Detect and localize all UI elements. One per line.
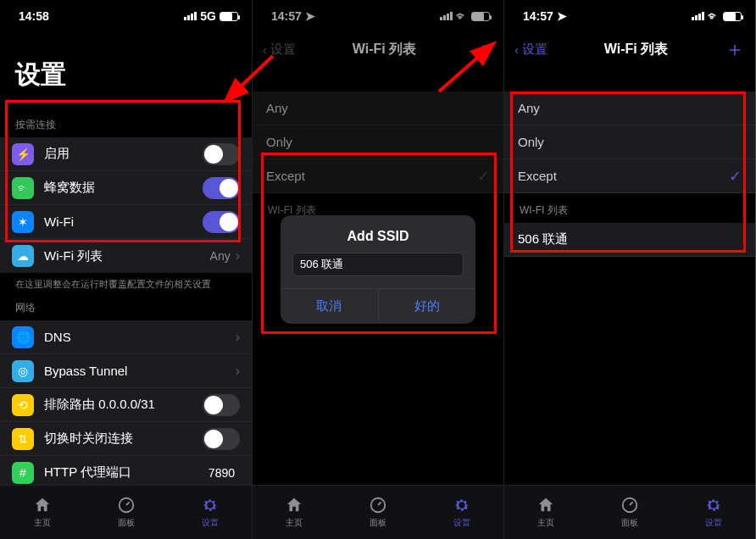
status-bar: 14:57 ➤ ᯤ (253, 0, 503, 32)
add-button[interactable]: ＋ (473, 39, 493, 59)
chevron-left-icon: ‹ (514, 42, 519, 57)
back-button[interactable]: ‹ 设置 (263, 42, 296, 58)
network-group: 🌐 DNS › ◎ Bypass Tunnel › ⟲ 排除路由 0.0.0.0… (0, 320, 252, 485)
nav-bar: ‹ 设置 Wi-Fi 列表 ＋ (253, 32, 503, 66)
signal-icon (184, 12, 197, 20)
chevron-right-icon: › (236, 248, 240, 264)
tab-bar: 主页 面板 设置 (253, 485, 503, 539)
row-cellular[interactable]: ᯤ 蜂窝数据 (0, 171, 252, 205)
tab-home[interactable]: 主页 (0, 486, 84, 539)
toggle-close-on-switch[interactable] (203, 428, 240, 450)
location-icon: ➤ (305, 9, 315, 23)
antenna-icon: ᯤ (12, 177, 34, 199)
checkmark-icon: ✓ (729, 167, 742, 186)
tab-panel[interactable]: 面板 (84, 486, 168, 539)
row-close-on-switch[interactable]: ⇅ 切换时关闭连接 (0, 422, 252, 456)
chevron-left-icon: ‹ (263, 42, 267, 57)
tab-settings[interactable]: 设置 (671, 486, 755, 539)
checkmark-icon: ✓ (477, 167, 490, 186)
row-wifi-list[interactable]: ☁ Wi-Fi 列表 Any › (0, 239, 252, 273)
chevron-right-icon: › (236, 364, 240, 379)
tab-settings[interactable]: 设置 (168, 486, 252, 539)
demand-group: ⚡ 启用 ᯤ 蜂窝数据 ✶ Wi-Fi ☁ Wi-Fi 列表 An (0, 137, 252, 273)
toggle-enable[interactable] (203, 143, 240, 165)
nav-title: Wi-Fi 列表 (604, 41, 668, 58)
battery-icon (471, 12, 490, 21)
tunnel-icon: ◎ (12, 360, 34, 382)
home-icon (285, 496, 303, 514)
wifi-section-label: WI-FI 列表 (504, 193, 755, 223)
section-label-demand: 按需连接 (0, 108, 252, 137)
wifi-status-icon: ᯤ (708, 9, 720, 23)
tab-home[interactable]: 主页 (253, 486, 336, 539)
page-title: 设置 (0, 32, 252, 108)
car-icon: ☁ (12, 245, 34, 267)
section-label-net: 网络 (0, 291, 252, 320)
option-except[interactable]: Except ✓ (504, 159, 755, 193)
row-dns[interactable]: 🌐 DNS › (0, 320, 252, 354)
status-bar: 14:58 5G (0, 0, 252, 32)
network-type: 5G (200, 9, 216, 23)
option-only[interactable]: Only (504, 125, 755, 159)
route-icon: ⟲ (12, 394, 34, 416)
nav-title: Wi-Fi 列表 (353, 41, 416, 58)
gauge-icon (620, 496, 639, 514)
status-time: 14:58 (19, 9, 49, 23)
add-button[interactable]: ＋ (725, 39, 745, 59)
location-icon: ➤ (557, 9, 567, 23)
wifi-item[interactable]: 506 联通 (504, 223, 755, 257)
tab-panel[interactable]: 面板 (336, 486, 420, 539)
row-wifi[interactable]: ✶ Wi-Fi (0, 205, 252, 239)
bolt-icon: ⚡ (12, 143, 34, 165)
status-bar: 14:57 ➤ ᯤ (504, 0, 755, 32)
demand-note: 在这里调整会在运行时覆盖配置文件的相关设置 (0, 273, 252, 291)
home-icon (33, 496, 52, 514)
globe-icon: 🌐 (12, 326, 34, 348)
screen-wifi-list-modal: 14:57 ➤ ᯤ ‹ 设置 Wi-Fi 列表 ＋ Any Only Excep… (252, 0, 503, 539)
toggle-cellular[interactable] (203, 177, 240, 199)
option-any[interactable]: Any (504, 92, 755, 125)
gauge-icon (117, 496, 136, 514)
tab-settings[interactable]: 设置 (420, 486, 503, 539)
screen-wifi-list-result: 14:57 ➤ ᯤ ‹ 设置 Wi-Fi 列表 ＋ Any Only Excep… (503, 0, 755, 539)
signal-icon (440, 12, 453, 20)
toggle-exclude-route[interactable] (203, 394, 240, 416)
wifi-section-label: WI-FI 列表 (253, 193, 503, 223)
chevron-right-icon: › (236, 330, 240, 345)
wifi-status-icon: ᯤ (456, 9, 468, 23)
gear-icon (704, 496, 723, 514)
battery-icon (723, 12, 742, 21)
row-bypass-tunnel[interactable]: ◎ Bypass Tunnel › (0, 354, 252, 388)
nav-bar: ‹ 设置 Wi-Fi 列表 ＋ (504, 32, 755, 66)
hash-icon: # (12, 462, 34, 484)
row-http-port[interactable]: # HTTP 代理端口 7890 (0, 456, 252, 485)
option-any[interactable]: Any (253, 92, 503, 125)
back-button[interactable]: ‹ 设置 (514, 42, 548, 58)
gauge-icon (369, 496, 387, 514)
home-icon (536, 496, 555, 514)
gear-icon (201, 496, 220, 514)
gear-icon (453, 496, 471, 514)
status-time: 14:57 (523, 9, 553, 23)
battery-icon (220, 12, 238, 21)
signal-icon (692, 12, 704, 20)
tab-bar: 主页 面板 设置 (504, 485, 755, 539)
switch-icon: ⇅ (12, 428, 34, 450)
option-except[interactable]: Except ✓ (253, 159, 503, 193)
screen-settings: 14:58 5G 设置 按需连接 ⚡ 启用 ᯤ 蜂窝数据 (0, 0, 252, 539)
status-time: 14:57 (271, 9, 302, 23)
tab-panel[interactable]: 面板 (588, 486, 672, 539)
toggle-wifi[interactable] (203, 211, 240, 233)
option-only[interactable]: Only (253, 125, 503, 159)
wifi-icon: ✶ (12, 211, 34, 233)
row-exclude-route[interactable]: ⟲ 排除路由 0.0.0.0/31 (0, 388, 252, 422)
tab-bar: 主页 面板 设置 (0, 485, 252, 539)
row-enable[interactable]: ⚡ 启用 (0, 137, 252, 171)
tab-home[interactable]: 主页 (504, 486, 588, 539)
